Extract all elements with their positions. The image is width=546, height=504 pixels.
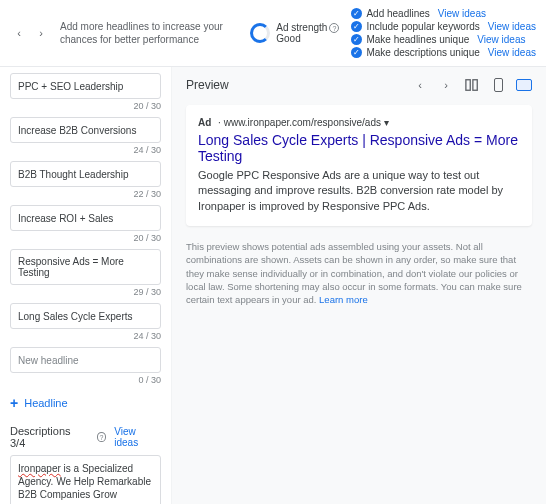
view-ideas-link[interactable]: View ideas bbox=[488, 21, 536, 32]
learn-more-link[interactable]: Learn more bbox=[319, 294, 368, 305]
svg-rect-0 bbox=[466, 80, 470, 91]
headline-input[interactable]: B2B Thought Leadership bbox=[10, 161, 161, 187]
check-item: ✓Make headlines uniqueView ideas bbox=[351, 34, 536, 45]
strength-value: Good bbox=[276, 33, 339, 44]
char-counter: 22 / 30 bbox=[10, 189, 161, 199]
preview-disclaimer: This preview shows potential ads assembl… bbox=[186, 240, 532, 306]
check-icon: ✓ bbox=[351, 21, 362, 32]
preview-panel: Preview ‹ › Ad · www.ironpaper.com/respo… bbox=[172, 67, 546, 504]
donut-icon bbox=[250, 23, 270, 43]
check-icon: ✓ bbox=[351, 47, 362, 58]
check-item: ✓Add headlinesView ideas bbox=[351, 8, 536, 19]
char-counter: 20 / 30 bbox=[10, 233, 161, 243]
char-counter: 20 / 30 bbox=[10, 101, 161, 111]
ad-preview-card: Ad · www.ironpaper.com/responsive/ads ▾ … bbox=[186, 105, 532, 226]
headline-input[interactable]: Increase B2B Conversions bbox=[10, 117, 161, 143]
svg-rect-1 bbox=[473, 80, 477, 91]
next-arrow[interactable]: › bbox=[32, 24, 50, 42]
new-headline-input[interactable]: New headline bbox=[10, 347, 161, 373]
description-input[interactable]: Ironpaper is a Specialized Agency. We He… bbox=[10, 455, 161, 504]
checklist: ✓Add headlinesView ideas✓Include popular… bbox=[351, 8, 536, 58]
check-icon: ✓ bbox=[351, 34, 362, 45]
preview-controls: ‹ › bbox=[412, 77, 532, 93]
columns-icon[interactable] bbox=[464, 77, 480, 93]
headline-input[interactable]: Increase ROI + Sales bbox=[10, 205, 161, 231]
mobile-icon[interactable] bbox=[490, 77, 506, 93]
descriptions-header: Descriptions 3/4? View ideas bbox=[10, 425, 161, 449]
nav-arrows: ‹ › bbox=[10, 24, 50, 42]
char-counter: 29 / 30 bbox=[10, 287, 161, 297]
add-headline-button[interactable]: +Headline bbox=[10, 391, 161, 415]
desktop-icon[interactable] bbox=[516, 77, 532, 93]
info-icon[interactable]: ? bbox=[329, 23, 339, 33]
next-ad-arrow[interactable]: › bbox=[438, 77, 454, 93]
tip-text: Add more headlines to increase your chan… bbox=[60, 20, 238, 46]
info-icon[interactable]: ? bbox=[97, 432, 107, 442]
prev-ad-arrow[interactable]: ‹ bbox=[412, 77, 428, 93]
ad-headline: Long Sales Cycle Experts | Responsive Ad… bbox=[198, 132, 520, 164]
plus-icon: + bbox=[10, 395, 18, 411]
view-ideas-link[interactable]: View ideas bbox=[488, 47, 536, 58]
view-ideas-link[interactable]: View ideas bbox=[438, 8, 486, 19]
left-panel: PPC + SEO Leadership20 / 30Increase B2B … bbox=[0, 67, 172, 504]
headline-input[interactable]: Long Sales Cycle Experts bbox=[10, 303, 161, 329]
check-item: ✓Include popular keywordsView ideas bbox=[351, 21, 536, 32]
char-counter: 24 / 30 bbox=[10, 331, 161, 341]
check-icon: ✓ bbox=[351, 8, 362, 19]
new-headline-counter: 0 / 30 bbox=[10, 375, 161, 385]
dropdown-icon[interactable]: ▾ bbox=[384, 117, 389, 128]
view-ideas-link[interactable]: View ideas bbox=[114, 426, 161, 448]
view-ideas-link[interactable]: View ideas bbox=[477, 34, 525, 45]
char-counter: 24 / 30 bbox=[10, 145, 161, 155]
preview-title: Preview bbox=[186, 78, 229, 92]
ad-strength: Ad strength? Good bbox=[250, 22, 339, 44]
headline-input[interactable]: PPC + SEO Leadership bbox=[10, 73, 161, 99]
ad-badge: Ad bbox=[198, 117, 211, 128]
headline-input[interactable]: Responsive Ads = More Testing bbox=[10, 249, 161, 285]
top-bar: ‹ › Add more headlines to increase your … bbox=[0, 0, 546, 67]
strength-label: Ad strength bbox=[276, 22, 327, 33]
check-item: ✓Make descriptions uniqueView ideas bbox=[351, 47, 536, 58]
ad-url: www.ironpaper.com/responsive/ads bbox=[224, 117, 381, 128]
ad-description: Google PPC Responsive Ads are a unique w… bbox=[198, 168, 520, 214]
prev-arrow[interactable]: ‹ bbox=[10, 24, 28, 42]
